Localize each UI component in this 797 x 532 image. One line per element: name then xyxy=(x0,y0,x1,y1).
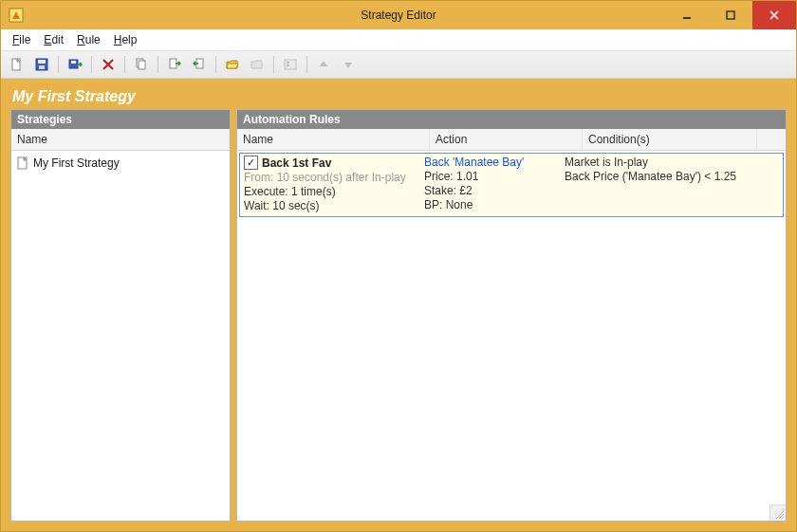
rule-enabled-checkbox[interactable]: ✓ xyxy=(244,156,258,170)
rules-columns: Name Action Condition(s) xyxy=(237,129,786,151)
svg-rect-14 xyxy=(287,62,289,64)
svg-rect-6 xyxy=(39,65,45,69)
rules-col-extra xyxy=(757,129,786,150)
minimize-button[interactable] xyxy=(665,1,709,29)
import-icon[interactable] xyxy=(189,54,210,75)
rule-stake: Stake: £2 xyxy=(424,184,565,197)
rules-panel: Automation Rules Name Action Condition(s… xyxy=(236,109,787,522)
rule-action-col: Back 'Manatee Bay' Price: 1.01 Stake: £2… xyxy=(424,156,565,212)
menu-bar: File Edit Rule Help xyxy=(1,29,796,51)
save-icon[interactable] xyxy=(31,54,52,75)
content-area: My First Strategy Strategies Name My Fir… xyxy=(1,79,796,531)
rules-col-action[interactable]: Action xyxy=(430,129,583,150)
move-up-icon[interactable] xyxy=(313,54,334,75)
svg-rect-10 xyxy=(139,61,145,69)
copy-icon[interactable] xyxy=(131,54,152,75)
title-bar: Strategy Editor xyxy=(1,1,796,29)
toolbar-separator xyxy=(58,56,59,73)
menu-edit[interactable]: Edit xyxy=(38,31,69,48)
properties-icon[interactable] xyxy=(280,54,301,75)
rule-name-col: ✓ Back 1st Fav From: 10 second(s) after … xyxy=(244,156,424,212)
document-icon xyxy=(17,156,29,170)
apply-icon[interactable] xyxy=(65,54,85,75)
toolbar-separator xyxy=(273,56,274,73)
strategy-heading: My First Strategy xyxy=(10,86,787,109)
toolbar-separator xyxy=(158,56,158,73)
svg-rect-8 xyxy=(71,61,76,64)
strategies-columns: Name xyxy=(11,129,230,151)
toolbar-separator xyxy=(306,56,307,73)
maximize-button[interactable] xyxy=(709,1,752,29)
toolbar-separator xyxy=(124,56,125,73)
rules-list: ✓ Back 1st Fav From: 10 second(s) after … xyxy=(237,151,786,521)
close-button[interactable] xyxy=(752,1,796,29)
rule-execute: Execute: 1 time(s) xyxy=(244,185,424,198)
resize-grip-icon[interactable] xyxy=(769,504,786,521)
folder-open-icon[interactable] xyxy=(222,54,243,75)
menu-help[interactable]: Help xyxy=(108,31,143,48)
window: Strategy Editor File Edit Rule Help xyxy=(0,0,797,532)
svg-rect-1 xyxy=(683,17,691,19)
window-buttons xyxy=(665,1,796,29)
rules-col-conditions[interactable]: Condition(s) xyxy=(583,129,757,150)
folder-icon[interactable] xyxy=(247,54,268,75)
strategy-item[interactable]: My First Strategy xyxy=(17,155,224,172)
export-icon[interactable] xyxy=(164,54,185,75)
rule-condition: Back Price ('Manatee Bay') < 1.25 xyxy=(565,170,779,183)
rule-from: From: 10 second(s) after In-play xyxy=(244,171,424,184)
move-down-icon[interactable] xyxy=(338,54,359,75)
rule-condition: Market is In-play xyxy=(565,156,779,169)
strategies-list: My First Strategy xyxy=(11,151,230,521)
rule-wait: Wait: 10 sec(s) xyxy=(244,199,424,212)
svg-rect-15 xyxy=(287,64,289,66)
svg-rect-11 xyxy=(170,59,176,68)
toolbar xyxy=(1,51,796,79)
rule-cond-col: Market is In-play Back Price ('Manatee B… xyxy=(565,156,779,212)
toolbar-separator xyxy=(91,56,92,73)
app-icon xyxy=(9,8,24,23)
rules-col-name[interactable]: Name xyxy=(237,129,430,150)
svg-rect-5 xyxy=(38,60,46,64)
rule-name: Back 1st Fav xyxy=(262,156,331,170)
menu-rule[interactable]: Rule xyxy=(71,31,106,48)
rules-panel-title: Automation Rules xyxy=(237,110,786,129)
rule-bp: BP: None xyxy=(424,198,565,211)
strategies-col-name[interactable]: Name xyxy=(11,129,230,150)
strategies-panel-title: Strategies xyxy=(11,110,230,129)
menu-file[interactable]: File xyxy=(7,31,36,48)
toolbar-separator xyxy=(215,56,216,73)
rule-row[interactable]: ✓ Back 1st Fav From: 10 second(s) after … xyxy=(239,153,784,217)
new-icon[interactable] xyxy=(7,54,28,75)
rule-price: Price: 1.01 xyxy=(424,170,565,183)
strategies-panel: Strategies Name My First Strategy xyxy=(10,109,231,522)
rule-action-main: Back 'Manatee Bay' xyxy=(424,156,565,169)
delete-icon[interactable] xyxy=(98,54,119,75)
svg-rect-2 xyxy=(727,11,734,19)
svg-rect-13 xyxy=(285,60,296,69)
strategy-item-label: My First Strategy xyxy=(33,156,120,170)
panels: Strategies Name My First Strategy Automa… xyxy=(10,109,787,522)
